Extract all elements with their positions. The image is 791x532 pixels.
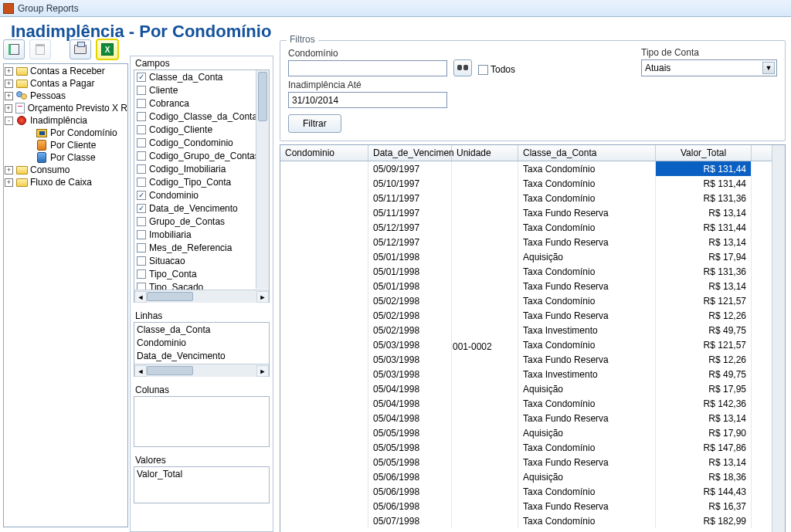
- campo-checkbox[interactable]: [137, 269, 146, 279]
- campo-item[interactable]: Codigo_Imobiliaria: [134, 162, 269, 175]
- valores-list[interactable]: Valor_Total: [134, 467, 269, 501]
- condominio-input[interactable]: [288, 60, 447, 76]
- campo-checkbox[interactable]: [137, 283, 146, 290]
- campo-item[interactable]: Codigo_Grupo_de_Contas: [134, 149, 269, 162]
- campo-item[interactable]: ✓Classe_da_Conta: [134, 70, 269, 83]
- campos-list[interactable]: ✓Classe_da_ContaClienteCobrancaCodigo_Cl…: [134, 70, 269, 290]
- tree-item[interactable]: +Orçamento Previsto X R: [4, 102, 127, 114]
- campo-checkbox[interactable]: [137, 164, 146, 174]
- table-row[interactable]: 05/01/1998Taxa CondomínioR$ 131,36: [280, 264, 772, 279]
- search-button[interactable]: [453, 59, 472, 76]
- campo-item[interactable]: Cobranca: [134, 97, 269, 110]
- linha-item[interactable]: Data_de_Vencimento: [134, 349, 269, 362]
- col-condominio[interactable]: Condominio: [280, 145, 368, 161]
- campo-checkbox[interactable]: [137, 151, 146, 161]
- tree-item[interactable]: +Fluxo de Caixa: [4, 176, 127, 188]
- col-classe-conta[interactable]: Classe_da_Conta: [518, 145, 656, 161]
- report-tree[interactable]: +Contas a Receber+Contas a Pagar+Pessoas…: [3, 63, 128, 527]
- app-icon: [3, 3, 14, 14]
- delete-button[interactable]: [29, 39, 51, 59]
- campo-item[interactable]: Grupo_de_Contas: [134, 215, 269, 228]
- table-row[interactable]: 05/06/1998Taxa CondomínioR$ 144,43: [280, 484, 772, 499]
- table-row[interactable]: 05/05/1998AquisiçãoR$ 17,90: [280, 425, 772, 440]
- col-data-vencimento[interactable]: Data_de_Vencimen: [368, 145, 452, 161]
- table-row[interactable]: 05/02/1998Taxa CondomínioR$ 121,57: [280, 293, 772, 308]
- tree-item[interactable]: +Contas a Pagar: [4, 77, 127, 90]
- campo-checkbox[interactable]: [137, 99, 146, 108]
- table-row[interactable]: 05/01/1998Taxa Fundo ReservaR$ 13,14: [280, 279, 772, 293]
- table-row[interactable]: 05/04/1998AquisiçãoR$ 17,95: [280, 381, 772, 396]
- table-row[interactable]: 05/06/1998AquisiçãoR$ 18,36: [280, 469, 772, 484]
- col-valor-total[interactable]: Valor_Total: [656, 145, 752, 161]
- table-row[interactable]: 05/02/1998Taxa Fundo ReservaR$ 12,26: [280, 308, 772, 323]
- table-row[interactable]: 05/07/1998Taxa CondomínioR$ 182,99: [280, 513, 772, 528]
- campo-item[interactable]: Situacao: [134, 254, 269, 267]
- excel-button[interactable]: X: [96, 39, 119, 60]
- table-row[interactable]: 05/04/1998Taxa Fundo ReservaR$ 13,14: [280, 411, 772, 425]
- linhas-hscroll[interactable]: ◄►: [134, 364, 269, 377]
- campo-item[interactable]: Codigo_Cliente: [134, 123, 269, 136]
- campos-vscroll[interactable]: [256, 70, 269, 289]
- campo-checkbox[interactable]: [137, 217, 146, 226]
- linhas-list[interactable]: Classe_da_ContaCondominioData_de_Vencime…: [134, 323, 269, 364]
- campo-item[interactable]: Imobiliaria: [134, 228, 269, 241]
- tipo-conta-combo[interactable]: Atuais ▼: [641, 59, 777, 76]
- inadimplencia-ate-input[interactable]: [288, 92, 447, 108]
- filtrar-button[interactable]: Filtrar: [288, 114, 341, 133]
- table-row[interactable]: 05/03/1998Taxa CondomínioR$ 121,57: [280, 337, 772, 352]
- campo-item[interactable]: ✓Data_de_Vencimento: [134, 202, 269, 215]
- linha-item[interactable]: Condominio: [134, 336, 269, 349]
- campo-checkbox[interactable]: [137, 125, 146, 134]
- table-row[interactable]: 05/12/1997Taxa Fundo ReservaR$ 13,14: [280, 235, 772, 249]
- tree-item[interactable]: Por Classe: [4, 151, 127, 164]
- linha-item[interactable]: Classe_da_Conta: [134, 323, 269, 336]
- table-row[interactable]: 05/06/1998Taxa Fundo ReservaR$ 16,37: [280, 499, 772, 513]
- colunas-list[interactable]: [134, 397, 269, 445]
- tree-item[interactable]: +Contas a Receber: [4, 65, 127, 77]
- campo-checkbox[interactable]: [137, 86, 146, 95]
- campo-checkbox[interactable]: ✓: [137, 191, 146, 200]
- campo-item[interactable]: Tipo_Conta: [134, 267, 269, 280]
- campo-item[interactable]: Codigo_Condominio: [134, 136, 269, 149]
- campo-checkbox[interactable]: [137, 256, 146, 266]
- grid-body[interactable]: 001-0002 05/09/1997Taxa CondomínioR$ 131…: [280, 161, 772, 532]
- campo-checkbox[interactable]: [137, 243, 146, 252]
- table-row[interactable]: 05/03/1998Taxa Fundo ReservaR$ 12,26: [280, 352, 772, 367]
- grid-vscroll[interactable]: [772, 145, 785, 532]
- table-row[interactable]: 05/04/1998Taxa CondomínioR$ 142,36: [280, 396, 772, 411]
- tree-item[interactable]: +Pessoas: [4, 90, 127, 102]
- table-row[interactable]: 05/05/1998Taxa Fundo ReservaR$ 13,14: [280, 455, 772, 469]
- todos-checkbox[interactable]: [478, 65, 488, 75]
- campo-item[interactable]: Tipo_Sacado: [134, 280, 269, 290]
- table-row[interactable]: 05/10/1997Taxa CondomínioR$ 131,44: [280, 176, 772, 191]
- campo-checkbox[interactable]: ✓: [137, 73, 146, 82]
- tree-item[interactable]: +Consumo: [4, 164, 127, 176]
- print-button[interactable]: [70, 39, 91, 59]
- campos-hscroll[interactable]: ◄►: [134, 290, 269, 303]
- grid-header: Condominio Data_de_Vencimen Unidade Clas…: [280, 145, 772, 161]
- table-row[interactable]: 05/01/1998AquisiçãoR$ 17,94: [280, 249, 772, 264]
- campo-item[interactable]: Cliente: [134, 83, 269, 97]
- campo-checkbox[interactable]: ✓: [137, 204, 146, 213]
- valor-item[interactable]: Valor_Total: [134, 467, 269, 480]
- campo-item[interactable]: Mes_de_Referencia: [134, 241, 269, 254]
- table-row[interactable]: 05/05/1998Taxa CondomínioR$ 147,86: [280, 440, 772, 455]
- table-row[interactable]: 05/03/1998Taxa InvestimentoR$ 49,75: [280, 367, 772, 381]
- table-row[interactable]: 05/12/1997Taxa CondomínioR$ 131,44: [280, 220, 772, 235]
- tree-item[interactable]: Por Condomínio: [4, 127, 127, 139]
- tree-item[interactable]: -Inadimplência: [4, 114, 127, 127]
- table-row[interactable]: 05/02/1998Taxa InvestimentoR$ 49,75: [280, 323, 772, 337]
- campo-checkbox[interactable]: [137, 138, 146, 147]
- campo-checkbox[interactable]: [137, 178, 146, 187]
- col-unidade[interactable]: Unidade: [452, 145, 518, 161]
- campo-item[interactable]: ✓Condominio: [134, 188, 269, 202]
- campo-item[interactable]: Codigo_Tipo_Conta: [134, 175, 269, 188]
- campo-item[interactable]: Codigo_Classe_da_Conta: [134, 110, 269, 123]
- table-row[interactable]: 05/11/1997Taxa CondomínioR$ 131,36: [280, 191, 772, 205]
- campo-checkbox[interactable]: [137, 112, 146, 121]
- tree-item[interactable]: Por Cliente: [4, 139, 127, 151]
- export-button[interactable]: [3, 39, 25, 59]
- table-row[interactable]: 05/11/1997Taxa Fundo ReservaR$ 13,14: [280, 205, 772, 220]
- campo-checkbox[interactable]: [137, 230, 146, 239]
- table-row[interactable]: 05/09/1997Taxa CondomínioR$ 131,44: [280, 161, 772, 176]
